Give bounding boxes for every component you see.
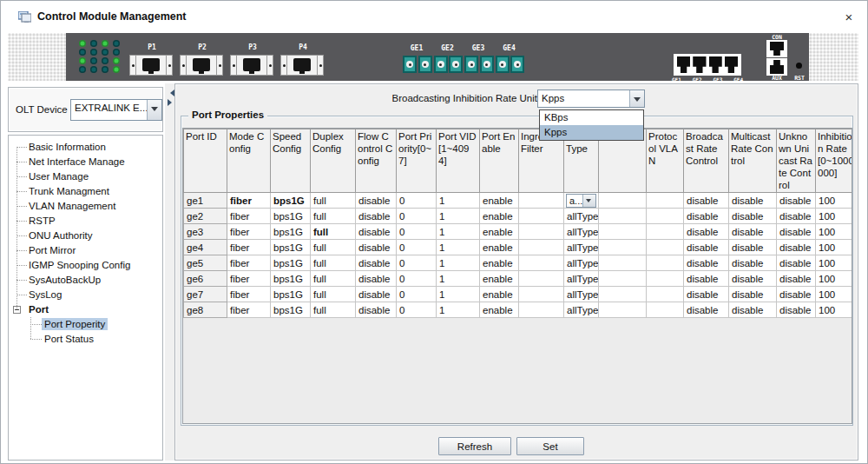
table-cell[interactable]	[519, 240, 564, 255]
table-cell[interactable]: bps1G	[271, 302, 311, 318]
table-cell[interactable]: fiber	[227, 209, 271, 224]
tree-item-onu-authority[interactable]: ONU Authority	[9, 229, 162, 243]
tree-item-rstp[interactable]: RSTP	[9, 214, 162, 229]
table-cell[interactable]	[599, 302, 647, 318]
table-cell[interactable]	[519, 209, 564, 224]
tree-item-net-interface-manage[interactable]: Net Interface Manage	[9, 155, 162, 169]
table-cell[interactable]: disable	[777, 255, 816, 271]
table-cell[interactable]: enable	[480, 271, 519, 287]
rate-unit-option-kpps[interactable]: Kpps	[540, 125, 643, 140]
table-cell[interactable]: enable	[480, 209, 519, 224]
table-cell[interactable]: full	[311, 224, 356, 240]
table-cell[interactable]: allType	[564, 240, 599, 255]
table-cell[interactable]: disable	[684, 287, 729, 302]
splitter-handle[interactable]	[165, 83, 174, 461]
table-cell[interactable]: enable	[480, 240, 519, 255]
table-cell[interactable]: 1	[437, 287, 480, 302]
table-cell[interactable]	[599, 287, 647, 302]
table-cell[interactable]: allType	[564, 287, 599, 302]
tree-item-port-properity[interactable]: Port Properity	[9, 317, 162, 332]
table-cell[interactable]: 100	[816, 255, 853, 271]
table-cell[interactable]: bps1G	[271, 224, 311, 240]
table-cell[interactable]	[519, 193, 564, 209]
frame-type-cell-select[interactable]: a...	[566, 194, 596, 208]
table-cell[interactable]: disable	[684, 224, 729, 240]
table-cell[interactable]: enable	[480, 224, 519, 240]
table-cell[interactable]: bps1G	[271, 193, 311, 209]
table-cell[interactable]: full	[311, 302, 356, 318]
table-cell[interactable]: disable	[356, 302, 397, 318]
table-cell[interactable]: disable	[729, 224, 777, 240]
table-cell[interactable]: allType	[564, 209, 599, 224]
table-cell[interactable]: disable	[729, 271, 777, 287]
chevron-down-icon[interactable]	[147, 100, 161, 120]
table-cell[interactable]: 1	[437, 240, 480, 255]
splitter-collapse-icon[interactable]	[167, 89, 174, 96]
table-cell[interactable]	[647, 271, 684, 287]
table-cell[interactable]	[647, 255, 684, 271]
table-cell[interactable]: disable	[729, 302, 777, 318]
table-cell[interactable]: 0	[397, 302, 437, 318]
table-cell[interactable]	[647, 209, 684, 224]
table-cell[interactable]: disable	[684, 255, 729, 271]
table-cell[interactable]	[519, 271, 564, 287]
table-cell[interactable]: disable	[729, 255, 777, 271]
table-cell[interactable]: disable	[356, 193, 397, 209]
table-cell[interactable]	[599, 193, 647, 209]
table-cell[interactable]: bps1G	[271, 240, 311, 255]
table-cell[interactable]: 1	[437, 302, 480, 318]
table-cell[interactable]: bps1G	[271, 287, 311, 302]
table-cell[interactable]: 100	[816, 209, 853, 224]
table-cell[interactable]: enable	[480, 255, 519, 271]
table-cell[interactable]: 0	[397, 224, 437, 240]
tree-item-vlan-management[interactable]: VLAN Management	[9, 199, 162, 214]
table-cell[interactable]: disable	[729, 209, 777, 224]
table-cell[interactable]	[519, 302, 564, 318]
table-cell[interactable]: allType	[564, 255, 599, 271]
table-cell[interactable]: bps1G	[271, 271, 311, 287]
table-cell[interactable]: disable	[684, 193, 729, 209]
table-cell[interactable]: 100	[816, 302, 853, 318]
table-cell[interactable]: bps1G	[271, 209, 311, 224]
table-cell[interactable]	[647, 193, 684, 209]
tree-item-sysautobackup[interactable]: SysAutoBackUp	[9, 273, 162, 288]
table-cell[interactable]: 0	[397, 255, 437, 271]
table-cell[interactable]: full	[311, 209, 356, 224]
table-cell[interactable]: 1	[437, 271, 480, 287]
table-cell[interactable]: fiber	[227, 240, 271, 255]
close-icon[interactable]: ×	[840, 10, 858, 25]
table-cell[interactable]	[647, 302, 684, 318]
table-cell[interactable]: disable	[684, 271, 729, 287]
table-cell[interactable]	[519, 224, 564, 240]
table-cell[interactable]	[599, 224, 647, 240]
table-cell[interactable]: full	[311, 193, 356, 209]
table-cell[interactable]	[599, 271, 647, 287]
table-cell[interactable]	[599, 240, 647, 255]
table-cell[interactable]: disable	[356, 255, 397, 271]
table-cell[interactable]: disable	[356, 224, 397, 240]
table-cell[interactable]: fiber	[227, 224, 271, 240]
table-cell[interactable]	[519, 287, 564, 302]
table-cell[interactable]: disable	[684, 302, 729, 318]
table-cell[interactable]: allType	[564, 271, 599, 287]
table-cell[interactable]: disable	[684, 240, 729, 255]
table-cell[interactable]: 1	[437, 209, 480, 224]
table-cell[interactable]: fiber	[227, 302, 271, 318]
table-cell[interactable]: disable	[777, 209, 816, 224]
table-cell[interactable]: 1	[437, 193, 480, 209]
rate-unit-select[interactable]: Kpps	[537, 89, 645, 108]
table-cell[interactable]: full	[311, 271, 356, 287]
table-cell[interactable]: enable	[480, 287, 519, 302]
table-cell[interactable]: 0	[397, 271, 437, 287]
tree-item-igmp-snooping-config[interactable]: IGMP Snooping Config	[9, 258, 162, 273]
rate-unit-option-kbps[interactable]: KBps	[540, 110, 643, 125]
table-cell[interactable]: disable	[777, 271, 816, 287]
table-cell[interactable]: 100	[816, 271, 853, 287]
table-cell[interactable]: enable	[480, 193, 519, 209]
table-cell[interactable]: enable	[480, 302, 519, 318]
table-cell[interactable]	[599, 255, 647, 271]
table-cell[interactable]: fiber	[227, 193, 271, 209]
table-cell[interactable]: 0	[397, 240, 437, 255]
table-cell[interactable]: disable	[777, 287, 816, 302]
tree-item-port-mirror[interactable]: Port Mirror	[9, 243, 162, 258]
